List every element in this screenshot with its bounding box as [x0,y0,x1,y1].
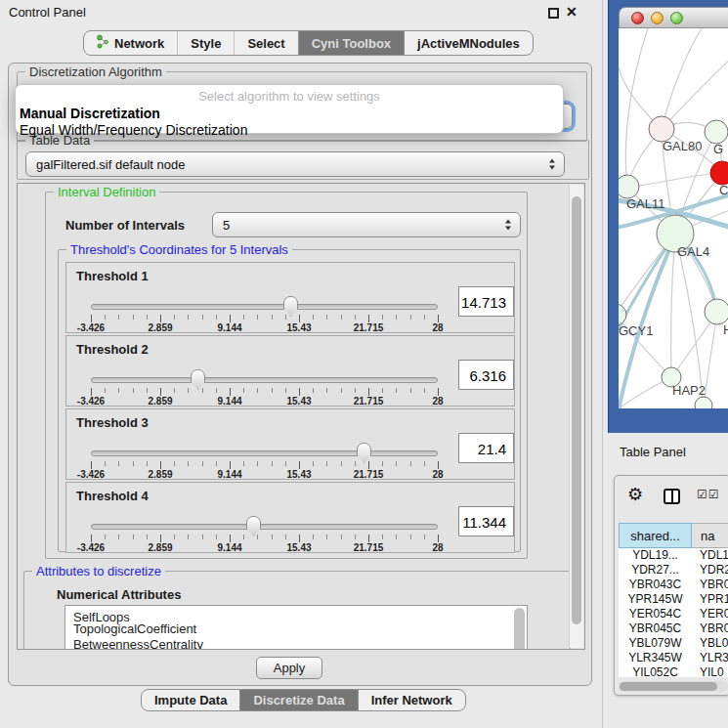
list-item[interactable]: BetweennessCentrality [65,637,527,650]
slider-track[interactable] [91,304,438,310]
float-window-icon[interactable] [548,8,559,19]
node-label-gal4: GAL4 [677,244,709,259]
dropdown-option-equal-width-frequency[interactable]: Equal Width/Frequency Discretization [20,122,563,138]
slider-tick-labels: -3.426 2.859 9.144 15.43 21.715 28 [91,542,439,553]
table-row[interactable]: YLR345WYLR3 [619,651,728,665]
dropdown-prompt-item[interactable]: Select algorithm to view settings [16,89,563,104]
slider-thumb[interactable] [246,516,261,536]
table-row[interactable]: YBR043CYBR0 [619,578,728,592]
table-row[interactable]: YBR045CYBR0 [619,621,728,636]
table-horizontal-scrollbar[interactable] [619,681,728,692]
list-scrollbar[interactable] [514,608,525,650]
table-data-group: Table Data galFiltered.sif default node [17,140,589,180]
algorithm-dropdown-popup: Select algorithm to view settings Manual… [15,84,564,134]
slider-major-ticks [91,535,439,542]
scrollbar-thumb[interactable] [620,682,717,691]
node-label-gal80: GAL80 [663,139,702,153]
slider-track[interactable] [91,377,438,383]
tick-label: 15.43 [286,469,311,480]
node-label-partial-c: C [719,183,728,197]
mac-zoom-icon[interactable] [670,12,683,24]
tab-style[interactable]: Style [177,31,234,55]
slider-thumb[interactable] [283,296,298,317]
tab-label: jActiveMNodules [417,36,520,51]
tab-select[interactable]: Select [234,31,297,55]
table-row[interactable]: YDR27...YDR2 [619,563,728,578]
slider-major-ticks [91,315,439,322]
list-item[interactable]: SelfLoops [65,606,527,621]
tick-label: 15.43 [286,396,311,407]
cell: YER0 [692,607,728,621]
slider-thumb[interactable] [191,369,205,390]
tab-impute-data[interactable]: Impute Data [142,690,239,710]
slider-track[interactable] [91,524,438,530]
threshold-value-field[interactable]: 6.316 [458,360,514,390]
columns-icon[interactable] [664,489,680,504]
panel-divider[interactable] [602,0,603,728]
slider-tick-labels: -3.426 2.859 9.144 15.43 21.715 28 [91,469,439,480]
table-row[interactable]: YIL052CYIL0 [619,665,728,677]
dropdown-option-manual-discretization[interactable]: Manual Discretization [20,106,563,121]
threshold-label: Threshold 1 [76,269,149,283]
list-item[interactable]: TopologicalCoefficient [65,621,527,637]
settings-scroll-area: Interval Definition Number of Intervals … [17,183,585,650]
network-window-titlebar[interactable] [619,7,728,28]
gear-icon[interactable]: ⚙ [627,484,643,505]
table-data-combobox[interactable]: galFiltered.sif default node [25,151,565,177]
apply-button[interactable]: Apply [256,657,322,679]
cell: YER054C [619,607,692,621]
settings-scrollbar[interactable] [569,185,583,648]
node-partial-bottom [695,397,712,408]
tab-label: Impute Data [154,693,227,707]
column-header-shared-name[interactable]: shared... [619,523,692,548]
cell: YLR3 [692,651,728,665]
attributes-group: Attributes to discretize Numerical Attri… [23,571,571,650]
slider-tick-labels: -3.426 2.859 9.144 15.43 21.715 28 [91,322,439,333]
threshold-value-field[interactable]: 11.344 [458,506,514,536]
cell: YDR2 [692,563,728,578]
table-row[interactable]: YPR145WYPR1 [619,592,728,607]
tab-label: Style [191,36,221,51]
checkbox-icons[interactable]: ☑☑ [697,488,720,501]
numerical-attributes-label: Numerical Attributes [57,587,181,602]
scrollbar-thumb[interactable] [572,196,581,624]
slider-thumb[interactable] [357,443,371,463]
node-gcy1 [619,304,626,325]
combo-arrows-icon [549,159,555,170]
tab-cyni-toolbox[interactable]: Cyni Toolbox [298,31,404,55]
tab-network[interactable]: Network [84,31,177,55]
node-label-partial-g: G [713,142,723,156]
spinner-arrows-icon [505,220,511,231]
threshold-value-field[interactable]: 14.713 [458,286,514,317]
threshold-value-field[interactable]: 21.4 [458,433,514,463]
column-header-name[interactable]: na [692,523,728,548]
number-of-intervals-spinner[interactable]: 5 [212,212,521,237]
tick-label: 28 [432,542,443,553]
cell: YBR0 [692,578,728,592]
threshold-3-panel: Threshold 3 -3.426 2.859 9.144 15.43 21.… [65,408,515,480]
tab-label: Network [114,36,164,51]
tab-infer-network[interactable]: Infer Network [358,690,465,710]
mac-minimize-icon[interactable] [651,12,664,24]
tab-jactivemnodules[interactable]: jActiveMNodules [404,31,533,55]
network-canvas[interactable]: GAL80 G C GAL11 GAL4 GCY1 H HAP2 [619,28,728,408]
tick-label: 21.715 [354,396,384,407]
threshold-label: Threshold 4 [76,489,149,503]
cell: YBL079W [619,636,692,651]
cell: YBR043C [619,578,692,592]
tab-discretize-data[interactable]: Discretize Data [239,690,357,710]
close-icon[interactable]: ✕ [566,4,578,20]
group-label: Threshold's Coordinates for 5 Intervals [66,242,292,257]
node-partial-h [705,299,728,324]
node-label-partial-h: H [723,322,728,337]
mac-close-icon[interactable] [631,12,644,24]
cell: YDL1 [692,548,728,563]
tick-label: 21.715 [354,469,384,480]
slider-track[interactable] [91,450,438,456]
table-row[interactable]: YBL079WYBL0 [619,636,728,651]
table-row[interactable]: YER054CYER0 [619,607,728,621]
node-label-gcy1: GCY1 [619,323,653,338]
table-row[interactable]: YDL19...YDL1 [619,548,728,563]
table-rows: YDL19...YDL1 YDR27...YDR2 YBR043CYBR0 YP… [619,548,728,677]
spinner-value: 5 [223,218,230,233]
